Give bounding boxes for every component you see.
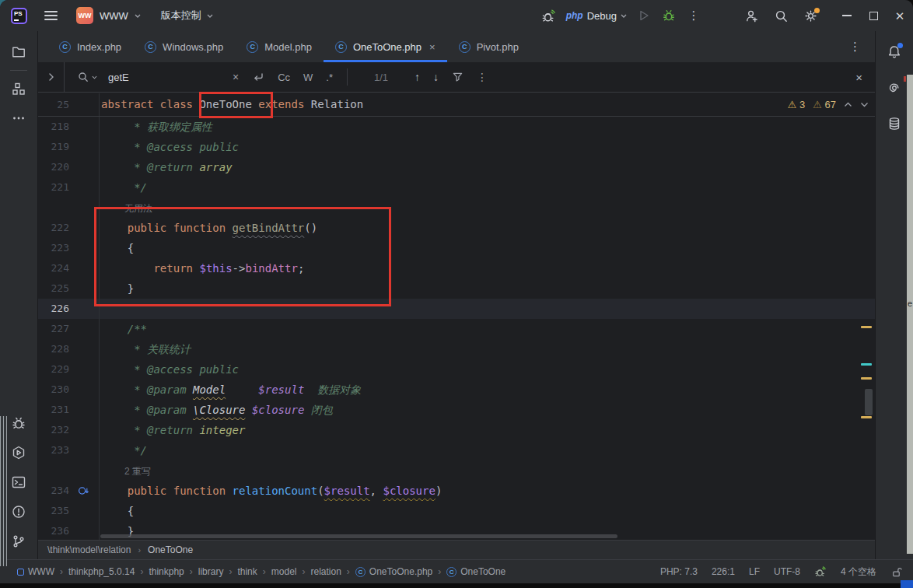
vcs-widget[interactable]: 版本控制 (161, 9, 213, 23)
namespace-class[interactable]: OneToOne (148, 544, 193, 555)
background-blue-corner (901, 580, 913, 588)
run-configuration-selector[interactable]: php Debug (566, 10, 627, 22)
inspections-widget[interactable]: ⚠ 3 ⚠ 67 (782, 93, 869, 116)
caret-position-widget[interactable]: 226:1 (712, 566, 735, 577)
project-tool-window-icon[interactable] (3, 37, 34, 67)
status-breadcrumb-item[interactable]: think (237, 566, 257, 577)
title-bar: PS WW WWW 版本控制 php Debug (0, 0, 913, 31)
match-case-toggle[interactable]: Cc (278, 72, 290, 83)
debug-button[interactable] (656, 4, 681, 27)
status-breadcrumb-item[interactable]: thinkphp (149, 566, 184, 577)
previous-problem-icon[interactable] (844, 102, 852, 107)
chevron-down-icon (135, 14, 141, 18)
code-editor[interactable]: 218 * 获取绑定属性219 * @access public220 * @r… (38, 117, 875, 540)
code-line: 232 * @return integer (38, 420, 875, 440)
project-selector[interactable]: WW WWW (76, 7, 141, 24)
tab-Windows.php[interactable]: CWindows.php (133, 31, 235, 62)
tab-Index.php[interactable]: CIndex.php (47, 31, 133, 62)
lock-icon[interactable] (890, 566, 902, 578)
tab-Model.php[interactable]: CModel.php (235, 31, 324, 62)
breadcrumb-label: library (198, 566, 224, 577)
filter-icon[interactable] (452, 72, 463, 82)
maximize-button[interactable] (860, 0, 887, 31)
error-stripe-mark[interactable] (861, 363, 872, 366)
tab-close-icon[interactable]: × (429, 41, 436, 53)
status-breadcrumb-item[interactable]: COneToOne.php (355, 566, 432, 577)
namespace-path[interactable]: \think\model\relation (47, 544, 131, 555)
tab-label: Pivot.php (477, 41, 519, 53)
usage-hint-label[interactable]: 2 重写 (101, 466, 151, 477)
status-breadcrumb-item[interactable]: thinkphp_5.0.14 (68, 566, 135, 577)
weak-warning-count: 67 (825, 99, 836, 110)
background-window-sliver-right: e (907, 75, 913, 554)
php-class-icon: C (59, 41, 71, 53)
breadcrumb-label: think (237, 566, 257, 577)
debug-tool-window-icon[interactable] (3, 408, 34, 438)
attach-debugger-icon[interactable] (537, 4, 561, 27)
inlay-hint: 无用法 (99, 198, 875, 218)
find-bar: getE × Cc W .* 1/1 ↑ ↓ (38, 62, 875, 93)
code-text: return $this->bindAttr; (99, 258, 875, 278)
error-stripe-mark[interactable] (861, 416, 872, 418)
status-breadcrumb-item[interactable]: relation (310, 566, 341, 577)
close-button[interactable]: ✕ (887, 0, 913, 31)
newline-icon[interactable] (252, 72, 264, 82)
status-breadcrumb-item[interactable]: COneToOne (446, 566, 505, 577)
settings-gear-icon[interactable] (798, 4, 823, 27)
clear-search-icon[interactable]: × (233, 71, 239, 83)
main-menu-icon[interactable] (44, 11, 58, 20)
error-stripe-mark[interactable] (861, 326, 872, 328)
code-line: 226 (38, 299, 875, 319)
minimize-button[interactable] (834, 0, 860, 31)
regex-toggle[interactable]: .* (326, 72, 333, 83)
previous-occurrence-icon[interactable]: ↑ (415, 71, 420, 83)
tab-options-icon[interactable]: ⋮ (835, 40, 875, 54)
structure-tool-window-icon[interactable] (3, 74, 34, 103)
overridden-method-icon[interactable] (78, 485, 89, 496)
indent-widget[interactable]: 4 个空格 (841, 565, 876, 579)
line-number: 230 (38, 380, 99, 400)
tab-label: Windows.php (163, 41, 223, 53)
status-breadcrumb-item[interactable]: model (271, 566, 297, 577)
code-text: * @param Model $result 数据对象 (99, 380, 875, 400)
vertical-scrollbar[interactable] (865, 389, 873, 415)
search-mode-icon[interactable] (77, 71, 97, 83)
breadcrumb-separator: › (302, 566, 305, 577)
error-stripe-mark[interactable] (861, 377, 872, 380)
problems-tool-window-icon[interactable] (3, 497, 34, 527)
php-version-widget[interactable]: PHP: 7.3 (660, 566, 698, 577)
database-tool-window-icon[interactable] (879, 109, 910, 138)
close-search-icon[interactable]: × (843, 71, 875, 84)
search-options-icon[interactable]: ⋮ (477, 71, 488, 83)
php-class-icon: C (446, 567, 456, 577)
tab-OneToOne.php[interactable]: COneToOne.php× (324, 31, 447, 62)
run-button[interactable] (631, 4, 656, 27)
notifications-bell-icon[interactable] (879, 37, 910, 67)
services-tool-window-icon[interactable] (3, 438, 34, 467)
next-problem-icon[interactable] (860, 102, 869, 107)
more-tool-windows-icon[interactable] (3, 103, 34, 133)
usage-hint-label[interactable]: 无用法 (101, 203, 152, 214)
project-name: WWW (100, 10, 128, 22)
code-with-me-icon[interactable] (739, 4, 764, 27)
line-separator-widget[interactable]: LF (749, 566, 760, 577)
phpstorm-logo-icon[interactable]: PS (11, 8, 27, 24)
attach-debugger-status-icon[interactable] (814, 565, 827, 578)
next-occurrence-icon[interactable]: ↓ (433, 71, 439, 83)
git-tool-window-icon[interactable] (3, 527, 34, 556)
find-expand-icon[interactable] (38, 62, 65, 92)
breadcrumb-separator: › (138, 545, 141, 555)
terminal-tool-window-icon[interactable] (3, 467, 34, 497)
code-text: public function relationCount($result, $… (99, 481, 875, 501)
words-toggle[interactable]: W (303, 72, 313, 83)
search-input[interactable]: getE (108, 72, 233, 83)
more-actions-icon[interactable]: ⋮ (681, 4, 706, 27)
status-breadcrumb-item[interactable]: WWW (17, 566, 54, 577)
status-breadcrumb-item[interactable]: library (198, 566, 224, 577)
encoding-widget[interactable]: UTF-8 (774, 566, 800, 577)
code-line: 229 * @access public (38, 359, 875, 380)
background-window-sliver-left (0, 416, 7, 566)
tab-Pivot.php[interactable]: CPivot.php (447, 31, 530, 62)
search-everywhere-icon[interactable] (768, 4, 793, 27)
horizontal-scrollbar[interactable] (100, 534, 617, 538)
